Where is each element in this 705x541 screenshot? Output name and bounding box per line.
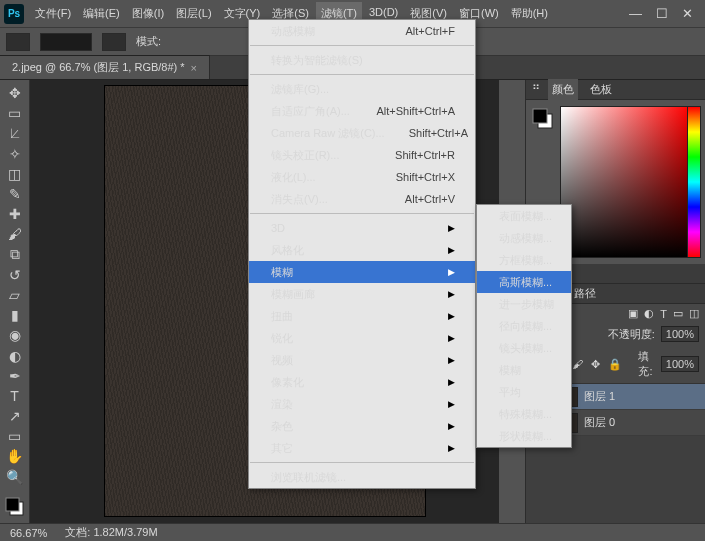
filter-item-label: Camera Raw 滤镜(C)...: [271, 126, 385, 141]
lock-pixels-icon[interactable]: 🖌: [572, 358, 583, 370]
filter-item[interactable]: 消失点(V)...Alt+Ctrl+V: [249, 188, 475, 210]
gradient-tool-icon[interactable]: ▮: [4, 306, 26, 324]
tab-close-icon[interactable]: ×: [191, 62, 197, 74]
lock-all-icon[interactable]: 🔒: [608, 358, 622, 371]
filter-submenu-item[interactable]: 其它▶: [249, 437, 475, 459]
filter-submenu-item[interactable]: 视频▶: [249, 349, 475, 371]
filter-type-icon[interactable]: T: [660, 308, 667, 320]
blur-option-label: 特殊模糊...: [499, 407, 552, 422]
fill-value[interactable]: 100%: [661, 356, 699, 372]
dodge-tool-icon[interactable]: ◐: [4, 346, 26, 364]
lock-position-icon[interactable]: ✥: [591, 358, 600, 371]
shape-tool-icon[interactable]: ▭: [4, 427, 26, 445]
blur-option[interactable]: 径向模糊...: [477, 315, 571, 337]
blur-option[interactable]: 平均: [477, 381, 571, 403]
color-field[interactable]: [560, 106, 690, 258]
filter-submenu-item[interactable]: 风格化▶: [249, 239, 475, 261]
filter-convert-smart[interactable]: 转换为智能滤镜(S): [249, 49, 475, 71]
blur-option[interactable]: 表面模糊...: [477, 205, 571, 227]
status-bar: 66.67% 文档: 1.82M/3.79M: [0, 523, 705, 541]
blur-tool-icon[interactable]: ◉: [4, 326, 26, 344]
filter-smart-icon[interactable]: ◫: [689, 307, 699, 320]
opacity-value[interactable]: 100%: [661, 326, 699, 342]
blur-option[interactable]: 动感模糊...: [477, 227, 571, 249]
blur-submenu: 表面模糊...动感模糊...方框模糊...高斯模糊...进一步模糊径向模糊...…: [476, 204, 572, 448]
filter-last[interactable]: 动感模糊Alt+Ctrl+F: [249, 20, 475, 42]
wand-tool-icon[interactable]: ✧: [4, 145, 26, 163]
filter-submenu-item[interactable]: 渲染▶: [249, 393, 475, 415]
swatches-tab[interactable]: 色板: [586, 79, 616, 100]
filter-shape-icon[interactable]: ▭: [673, 307, 683, 320]
blur-option-label: 形状模糊...: [499, 429, 552, 444]
marquee-tool-icon[interactable]: ▭: [4, 104, 26, 122]
blur-option[interactable]: 进一步模糊: [477, 293, 571, 315]
fg-bg-mini-swatch[interactable]: [530, 106, 556, 132]
blur-option[interactable]: 方框模糊...: [477, 249, 571, 271]
filter-browse-online[interactable]: 浏览联机滤镜...: [249, 466, 475, 488]
pen-tool-icon[interactable]: ✒: [4, 367, 26, 385]
maximize-icon[interactable]: ☐: [656, 6, 668, 21]
svg-rect-3: [533, 109, 547, 123]
crop-tool-icon[interactable]: ◫: [4, 165, 26, 183]
swatch-thumb[interactable]: [102, 33, 126, 51]
filter-submenu-item[interactable]: 像素化▶: [249, 371, 475, 393]
filter-item[interactable]: 自适应广角(A)...Alt+Shift+Ctrl+A: [249, 100, 475, 122]
heal-tool-icon[interactable]: ✚: [4, 205, 26, 223]
document-tab[interactable]: 2.jpeg @ 66.7% (图层 1, RGB/8#) * ×: [0, 55, 210, 79]
submenu-arrow-icon: ▶: [448, 267, 455, 277]
lasso-tool-icon[interactable]: ⟀: [4, 124, 26, 142]
zoom-readout[interactable]: 66.67%: [10, 527, 47, 539]
blur-option[interactable]: 形状模糊...: [477, 425, 571, 447]
hue-slider[interactable]: [687, 106, 701, 258]
menu-layer[interactable]: 图层(L): [171, 2, 216, 25]
filter-submenu-item[interactable]: 锐化▶: [249, 327, 475, 349]
stamp-tool-icon[interactable]: ⧉: [4, 246, 26, 264]
brush-preview[interactable]: [40, 33, 92, 51]
document-title: 2.jpeg @ 66.7% (图层 1, RGB/8#) *: [12, 60, 185, 75]
menu-edit[interactable]: 编辑(E): [78, 2, 125, 25]
filter-item[interactable]: Camera Raw 滤镜(C)...Shift+Ctrl+A: [249, 122, 475, 144]
filter-submenu-item[interactable]: 模糊画廊▶: [249, 283, 475, 305]
filter-item[interactable]: 液化(L)...Shift+Ctrl+X: [249, 166, 475, 188]
blur-option[interactable]: 高斯模糊...: [477, 271, 571, 293]
filter-item[interactable]: 滤镜库(G)...: [249, 78, 475, 100]
layer-name[interactable]: 图层 0: [584, 415, 615, 430]
blur-option[interactable]: 镜头模糊...: [477, 337, 571, 359]
close-icon[interactable]: ✕: [682, 6, 693, 21]
blur-option[interactable]: 模糊: [477, 359, 571, 381]
blur-option-label: 镜头模糊...: [499, 341, 552, 356]
filter-item-label: 消失点(V)...: [271, 192, 381, 207]
history-brush-tool-icon[interactable]: ↺: [4, 266, 26, 284]
doc-info[interactable]: 文档: 1.82M/3.79M: [65, 525, 157, 540]
filter-submenu-item[interactable]: 模糊▶: [249, 261, 475, 283]
filter-submenu-item[interactable]: 杂色▶: [249, 415, 475, 437]
filter-item[interactable]: 镜头校正(R)...Shift+Ctrl+R: [249, 144, 475, 166]
menu-file[interactable]: 文件(F): [30, 2, 76, 25]
menu-image[interactable]: 图像(I): [127, 2, 169, 25]
path-tool-icon[interactable]: ↗: [4, 407, 26, 425]
color-panel-header: ⠛ 颜色 色板: [526, 80, 705, 100]
eraser-tool-icon[interactable]: ▱: [4, 286, 26, 304]
brush-tool-icon[interactable]: 🖌: [4, 225, 26, 243]
foreground-background-swatch[interactable]: [4, 495, 26, 519]
paths-tab[interactable]: 路径: [570, 283, 600, 304]
window-controls: — ☐ ✕: [629, 6, 701, 21]
menu-help[interactable]: 帮助(H): [506, 2, 553, 25]
color-tab[interactable]: 颜色: [548, 79, 578, 100]
filter-submenu-item[interactable]: 3D▶: [249, 217, 475, 239]
layer-name[interactable]: 图层 1: [584, 389, 615, 404]
filter-adjust-icon[interactable]: ◐: [644, 307, 654, 320]
zoom-tool-icon[interactable]: 🔍: [4, 468, 26, 486]
blur-option[interactable]: 特殊模糊...: [477, 403, 571, 425]
eyedropper-tool-icon[interactable]: ✎: [4, 185, 26, 203]
move-tool-icon[interactable]: ✥: [4, 84, 26, 102]
tool-preset-icon[interactable]: [6, 33, 30, 51]
filter-submenu-item[interactable]: 扭曲▶: [249, 305, 475, 327]
filter-item-label: 杂色: [271, 419, 430, 434]
minimize-icon[interactable]: —: [629, 6, 642, 21]
hand-tool-icon[interactable]: ✋: [4, 447, 26, 465]
type-tool-icon[interactable]: T: [4, 387, 26, 405]
filter-pixel-icon[interactable]: ▣: [628, 307, 638, 320]
filter-item-label: 模糊画廊: [271, 287, 430, 302]
arrange-icon[interactable]: ⠛: [532, 83, 540, 96]
